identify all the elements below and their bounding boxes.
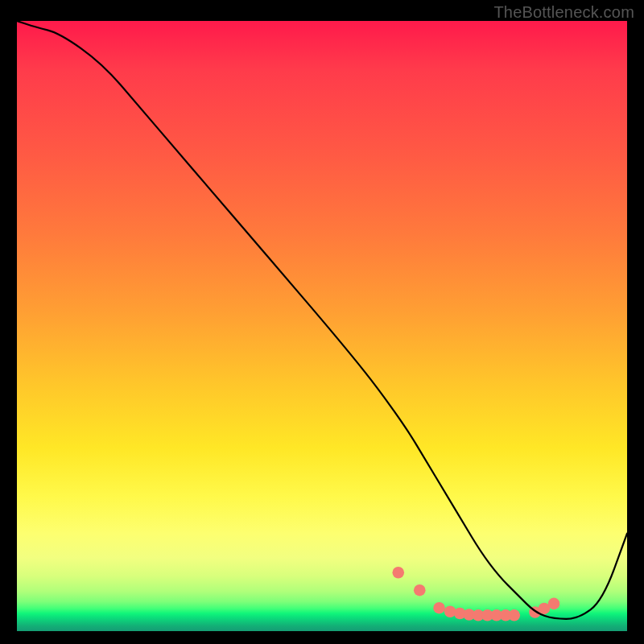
chart-marker-dot [392, 567, 404, 579]
watermark-text: TheBottleneck.com [493, 3, 634, 22]
chart-marker-dot [433, 602, 445, 614]
chart-marker-dot [548, 598, 560, 610]
chart-line [17, 21, 627, 619]
chart-svg [17, 21, 627, 631]
chart-area [17, 21, 627, 631]
chart-markers [392, 567, 559, 621]
chart-marker-dot [444, 605, 456, 617]
chart-marker-dot [508, 609, 520, 621]
chart-marker-dot [414, 584, 426, 597]
